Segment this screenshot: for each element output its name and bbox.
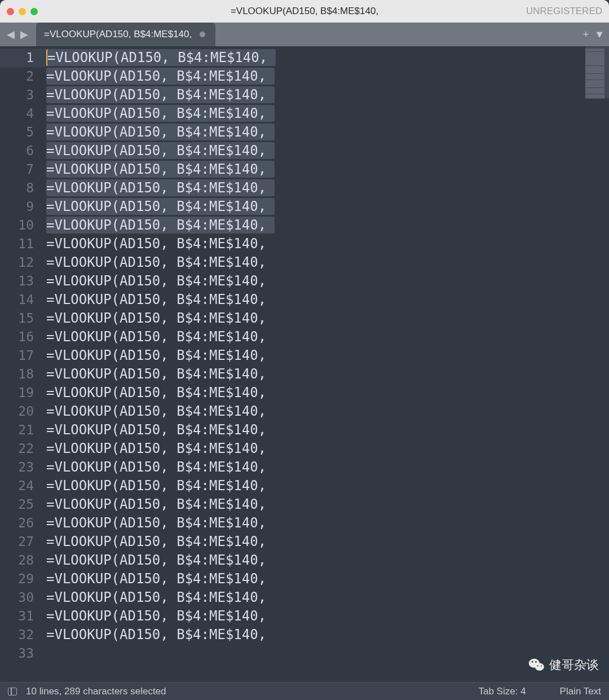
code-line[interactable]: =VLOOKUP(AD150, B$4:ME$140, xyxy=(46,551,609,570)
code-line[interactable]: =VLOOKUP(AD150, B$4:ME$140, xyxy=(46,309,609,328)
line-number[interactable]: 1 xyxy=(0,49,46,67)
line-number[interactable]: 19 xyxy=(0,384,46,402)
line-number[interactable]: 21 xyxy=(0,421,46,439)
code-line[interactable]: =VLOOKUP(AD150, B$4:ME$140, xyxy=(46,49,609,67)
status-selection: 10 lines, 289 characters selected xyxy=(26,686,166,697)
registration-status: UNREGISTERED xyxy=(526,6,602,17)
close-window-button[interactable] xyxy=(7,8,14,15)
code-line[interactable]: =VLOOKUP(AD150, B$4:ME$140, xyxy=(46,439,609,458)
line-number[interactable]: 12 xyxy=(0,253,46,272)
code-line[interactable]: =VLOOKUP(AD150, B$4:ME$140, xyxy=(46,421,609,439)
code-line[interactable]: =VLOOKUP(AD150, B$4:ME$140, xyxy=(46,235,609,253)
line-number[interactable]: 33 xyxy=(0,644,46,663)
line-number[interactable]: 23 xyxy=(0,458,46,477)
line-number[interactable]: 3 xyxy=(0,86,46,104)
code-line[interactable]: =VLOOKUP(AD150, B$4:ME$140, xyxy=(46,197,609,216)
code-line[interactable]: =VLOOKUP(AD150, B$4:ME$140, xyxy=(46,290,609,309)
line-number[interactable]: 15 xyxy=(0,309,46,328)
line-number[interactable]: 22 xyxy=(0,439,46,458)
line-number[interactable]: 16 xyxy=(0,328,46,346)
tab-dropdown-icon[interactable]: ▼ xyxy=(594,29,604,41)
titlebar: =VLOOKUP(AD150, B$4:ME$140, UNREGISTERED xyxy=(0,0,609,23)
line-number[interactable]: 30 xyxy=(0,588,46,607)
code-line[interactable]: =VLOOKUP(AD150, B$4:ME$140, xyxy=(46,477,609,495)
tab-dirty-indicator-icon xyxy=(200,32,205,37)
line-number[interactable]: 18 xyxy=(0,365,46,384)
code-line[interactable]: =VLOOKUP(AD150, B$4:ME$140, xyxy=(46,626,609,644)
new-tab-icon[interactable]: + xyxy=(583,29,589,41)
svg-point-4 xyxy=(537,665,538,666)
code-line[interactable]: =VLOOKUP(AD150, B$4:ME$140, xyxy=(46,495,609,514)
code-line[interactable]: =VLOOKUP(AD150, B$4:ME$140, xyxy=(46,365,609,384)
line-number[interactable]: 2 xyxy=(0,67,46,86)
line-number[interactable]: 8 xyxy=(0,179,46,197)
nav-forward-icon[interactable]: ▶ xyxy=(18,27,30,42)
line-number[interactable]: 27 xyxy=(0,532,46,551)
tab-label: =VLOOKUP(AD150, B$4:ME$140, xyxy=(44,29,192,40)
code-line[interactable]: =VLOOKUP(AD150, B$4:ME$140, xyxy=(46,384,609,402)
code-area[interactable]: =VLOOKUP(AD150, B$4:ME$140, =VLOOKUP(AD1… xyxy=(46,46,609,682)
line-number[interactable]: 4 xyxy=(0,104,46,123)
line-number[interactable]: 20 xyxy=(0,402,46,421)
code-line[interactable]: =VLOOKUP(AD150, B$4:ME$140, xyxy=(46,142,609,160)
code-line[interactable]: =VLOOKUP(AD150, B$4:ME$140, xyxy=(46,346,609,365)
tab-bar: ◀ ▶ =VLOOKUP(AD150, B$4:ME$140, + ▼ xyxy=(0,23,609,46)
line-number[interactable]: 5 xyxy=(0,123,46,142)
code-line[interactable]: =VLOOKUP(AD150, B$4:ME$140, xyxy=(46,86,609,104)
code-line[interactable]: =VLOOKUP(AD150, B$4:ME$140, xyxy=(46,328,609,346)
line-number[interactable]: 13 xyxy=(0,272,46,290)
code-line[interactable]: =VLOOKUP(AD150, B$4:ME$140, xyxy=(46,179,609,197)
line-number[interactable]: 9 xyxy=(0,197,46,216)
line-number[interactable]: 7 xyxy=(0,160,46,179)
line-number[interactable]: 10 xyxy=(0,216,46,235)
code-line[interactable]: =VLOOKUP(AD150, B$4:ME$140, xyxy=(46,607,609,626)
nav-back-icon[interactable]: ◀ xyxy=(5,27,17,42)
code-line[interactable]: =VLOOKUP(AD150, B$4:ME$140, xyxy=(46,67,609,86)
status-bar: 10 lines, 289 characters selected Tab Si… xyxy=(0,682,609,700)
maximize-window-button[interactable] xyxy=(30,8,38,15)
tab-nav: ◀ ▶ xyxy=(5,27,30,42)
panel-toggle-icon[interactable] xyxy=(8,688,17,695)
wechat-icon xyxy=(528,656,546,674)
code-line[interactable]: =VLOOKUP(AD150, B$4:ME$140, xyxy=(46,402,609,421)
editor: 1234567891011121314151617181920212223242… xyxy=(0,46,609,682)
minimize-window-button[interactable] xyxy=(19,8,26,15)
status-tab-size[interactable]: Tab Size: 4 xyxy=(478,686,526,697)
code-line[interactable]: =VLOOKUP(AD150, B$4:ME$140, xyxy=(46,272,609,290)
code-line[interactable]: =VLOOKUP(AD150, B$4:ME$140, xyxy=(46,514,609,532)
code-line[interactable]: =VLOOKUP(AD150, B$4:ME$140, xyxy=(46,104,609,123)
watermark: 健哥杂谈 xyxy=(528,656,599,674)
line-number[interactable]: 29 xyxy=(0,570,46,588)
code-line[interactable]: =VLOOKUP(AD150, B$4:ME$140, xyxy=(46,160,609,179)
line-number[interactable]: 14 xyxy=(0,290,46,309)
svg-point-5 xyxy=(541,665,542,666)
code-line[interactable]: =VLOOKUP(AD150, B$4:ME$140, xyxy=(46,458,609,477)
line-number[interactable]: 6 xyxy=(0,142,46,160)
code-line[interactable] xyxy=(46,644,609,663)
line-number[interactable]: 32 xyxy=(0,626,46,644)
file-tab[interactable]: =VLOOKUP(AD150, B$4:ME$140, xyxy=(36,23,215,46)
watermark-text: 健哥杂谈 xyxy=(549,657,599,673)
code-line[interactable]: =VLOOKUP(AD150, B$4:ME$140, xyxy=(46,253,609,272)
line-number[interactable]: 24 xyxy=(0,477,46,495)
line-number[interactable]: 25 xyxy=(0,495,46,514)
window-title: =VLOOKUP(AD150, B$4:ME$140, xyxy=(231,6,378,17)
line-number-gutter[interactable]: 1234567891011121314151617181920212223242… xyxy=(0,46,46,682)
line-number[interactable]: 17 xyxy=(0,346,46,365)
svg-point-3 xyxy=(535,661,537,663)
line-number[interactable]: 26 xyxy=(0,514,46,532)
code-line[interactable]: =VLOOKUP(AD150, B$4:ME$140, xyxy=(46,570,609,588)
window-controls xyxy=(7,8,38,15)
code-line[interactable]: =VLOOKUP(AD150, B$4:ME$140, xyxy=(46,216,609,235)
line-number[interactable]: 31 xyxy=(0,607,46,626)
code-line[interactable]: =VLOOKUP(AD150, B$4:ME$140, xyxy=(46,123,609,142)
tabbar-right: + ▼ xyxy=(583,29,604,41)
code-line[interactable]: =VLOOKUP(AD150, B$4:ME$140, xyxy=(46,588,609,607)
line-number[interactable]: 11 xyxy=(0,235,46,253)
svg-point-1 xyxy=(535,663,544,671)
svg-point-2 xyxy=(532,661,533,663)
code-line[interactable]: =VLOOKUP(AD150, B$4:ME$140, xyxy=(46,532,609,551)
minimap-viewport[interactable] xyxy=(585,46,609,98)
line-number[interactable]: 28 xyxy=(0,551,46,570)
status-syntax[interactable]: Plain Text xyxy=(560,686,601,697)
